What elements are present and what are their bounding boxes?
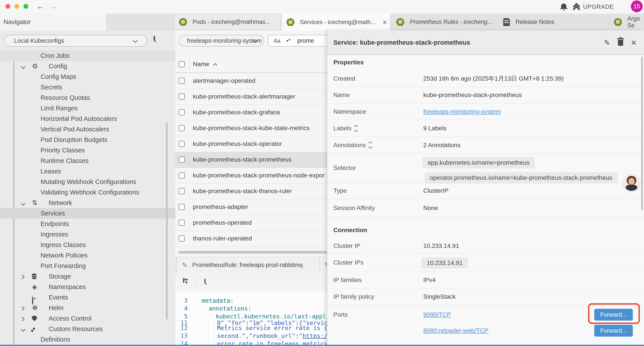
sidebar-item-runtime-classes[interactable]: Runtime Classes <box>0 155 175 166</box>
row-checkbox[interactable] <box>179 235 185 242</box>
sidebar-item-namespaces[interactable]: ◈Namespaces <box>0 282 175 292</box>
close-panel-icon[interactable]: × <box>631 30 636 55</box>
chevron-right-icon[interactable] <box>20 306 24 311</box>
edit-pencil-icon[interactable]: ✎ <box>604 30 610 55</box>
match-case-toggle[interactable]: Aa <box>274 37 280 44</box>
sidebar-item-services[interactable]: Services <box>0 208 175 219</box>
row-checkbox[interactable] <box>179 188 185 194</box>
property-label[interactable]: Labels <box>334 120 357 137</box>
table-row-prometheus-adapter[interactable]: prometheus-adapter <box>175 199 329 215</box>
sidebar-item-endpoints[interactable]: Endpoints <box>0 219 175 229</box>
table-row-prometheus-operated[interactable]: prometheus-operated <box>175 215 329 231</box>
namespace-link[interactable]: freeleaps-monitoring-system <box>423 103 501 120</box>
row-checkbox[interactable] <box>179 109 185 115</box>
sidebar-item-horizontal-pod-autoscalers[interactable]: Horizontal Pod Autoscalers <box>0 113 175 124</box>
row-checkbox[interactable] <box>179 78 185 84</box>
expand-collapse-icon[interactable] <box>369 142 372 148</box>
zoom-window-button[interactable] <box>24 4 28 9</box>
navigator-panel-tab[interactable]: Navigator <box>0 13 106 30</box>
tab-pods[interactable]: ☸ Pods - icecheng@mathmas... <box>174 14 280 30</box>
row-checkbox[interactable] <box>179 157 185 163</box>
table-row-kube-prometheus-stack-prometheus[interactable]: kube-prometheus-stack-prometheus <box>175 152 329 168</box>
tab-argo[interactable]: ☸ Argo Se <box>609 13 644 30</box>
detail-scrollbar[interactable] <box>641 57 643 210</box>
horizontal-scrollbar[interactable] <box>178 251 327 254</box>
row-checkbox[interactable] <box>179 204 185 210</box>
regex-toggle[interactable]: ▪* <box>286 37 291 44</box>
table-row-kube-prometheus-stack-kube-state-metrics[interactable]: kube-prometheus-stack-kube-state-metrics <box>175 120 329 136</box>
close-window-button[interactable] <box>6 4 10 9</box>
port-link-9090[interactable]: 9090/TCP <box>423 309 451 321</box>
chevron-down-icon[interactable] <box>21 327 26 332</box>
avatar-badge[interactable]: 15 <box>631 0 643 12</box>
table-row-kube-prometheus-stack-prometheus-node-expor[interactable]: kube-prometheus-stack-prometheus-node-ex… <box>175 168 329 184</box>
minimize-window-button[interactable] <box>14 4 19 9</box>
sidebar-item-leases[interactable]: Leases <box>0 166 175 177</box>
sidebar-item-config[interactable]: ⚙Config <box>0 61 175 71</box>
sidebar-item-network-policies[interactable]: Network Policies <box>0 250 175 261</box>
sidebar-item-pod-disruption-budgets[interactable]: Pod Disruption Budgets <box>0 134 175 145</box>
service-name: prometheus-adapter <box>193 199 248 215</box>
name-column-header[interactable]: Name <box>193 56 209 72</box>
row-checkbox[interactable] <box>179 125 185 131</box>
property-label[interactable]: Annotations <box>334 137 372 153</box>
forward-button-8080[interactable]: Forward... <box>594 325 633 337</box>
port-link-8080[interactable]: 8080:reloader-web/TCP <box>423 325 488 337</box>
expand-collapse-icon[interactable] <box>355 125 357 132</box>
back-button[interactable]: ← <box>36 2 44 11</box>
row-checkbox[interactable] <box>179 220 185 226</box>
notifications-bell-icon[interactable] <box>561 3 566 8</box>
select-all-checkbox[interactable] <box>179 61 185 67</box>
table-row-kube-prometheus-stack-operator[interactable]: kube-prometheus-stack-operator <box>175 136 329 152</box>
tab-services[interactable]: ☸ Services - icecheng@math... × <box>282 13 390 31</box>
table-row-kube-prometheus-stack-alertmanager[interactable]: kube-prometheus-stack-alertmanager <box>175 89 329 105</box>
sidebar-item-definitions[interactable]: Definitions <box>0 334 175 345</box>
sidebar-item-label: Events <box>49 292 68 303</box>
sidebar-item-config-maps[interactable]: Config Maps <box>0 71 175 82</box>
sidebar-item-events[interactable]: Events <box>0 292 175 303</box>
search-icon[interactable] <box>154 36 155 41</box>
row-checkbox[interactable] <box>179 172 185 178</box>
sidebar-item-ingresses[interactable]: Ingresses <box>0 229 175 240</box>
sidebar-scrollbar[interactable] <box>166 122 168 320</box>
filter-search-input[interactable]: Aa ▪* prome <box>268 35 329 47</box>
save-icon[interactable] <box>183 278 184 283</box>
table-row-thanos-ruler-operated[interactable]: thanos-ruler-operated <box>175 231 329 247</box>
forward-button[interactable]: → <box>50 2 58 11</box>
sidebar-item-cron-jobs[interactable]: Cron Jobs <box>0 50 175 61</box>
yaml-editor[interactable]: 3metadata:4annotations:5kubectl.kubernet… <box>175 291 329 345</box>
table-row-kube-prometheus-stack-thanos-ruler[interactable]: kube-prometheus-stack-thanos-ruler <box>175 183 329 199</box>
table-row-kube-prometheus-stack-grafana[interactable]: kube-prometheus-stack-grafana <box>175 104 329 120</box>
row-checkbox[interactable] <box>179 141 185 147</box>
chevron-down-icon[interactable] <box>21 64 26 69</box>
editor-search-icon[interactable] <box>204 278 206 283</box>
chevron-down-icon[interactable] <box>21 201 26 206</box>
sidebar-item-resource-quotas[interactable]: Resource Quotas <box>0 92 175 103</box>
editor-tab-prometheusrule[interactable]: ✎ PrometheusRule: freeleaps-prod-rabbitm… <box>176 257 320 273</box>
sidebar-item-network[interactable]: ⇅Network <box>0 198 175 208</box>
sidebar-item-secrets[interactable]: Secrets <box>0 82 175 92</box>
upgrade-button[interactable]: UPGRADE <box>583 0 614 13</box>
row-checkbox[interactable] <box>179 93 185 100</box>
sidebar-item-priority-classes[interactable]: Priority Classes <box>0 145 175 155</box>
sidebar-item-limit-ranges[interactable]: Limit Ranges <box>0 103 175 113</box>
sidebar-item-validating-webhook-configurations[interactable]: Validating Webhook Configurations <box>0 187 175 198</box>
delete-trash-icon[interactable] <box>618 30 623 55</box>
sidebar-item-storage[interactable]: Storage <box>0 271 175 282</box>
sidebar-item-helm[interactable]: ☸Helm <box>0 303 175 313</box>
kubeconfig-select[interactable]: Local Kubeconfigs <box>4 35 147 47</box>
tab-release-notes[interactable]: Release Notes <box>494 13 609 30</box>
user-avatar[interactable] <box>623 174 640 191</box>
sidebar-item-custom-resources[interactable]: Custom Resources <box>0 324 175 334</box>
close-tab-icon[interactable]: × <box>383 18 387 26</box>
table-row-alertmanager-operated[interactable]: alertmanager-operated <box>175 73 329 89</box>
namespace-select[interactable]: freeleaps-monitoring-system <box>179 35 264 47</box>
sidebar-item-port-forwarding[interactable]: Port Forwarding <box>0 261 175 271</box>
chevron-right-icon[interactable] <box>20 317 24 321</box>
sidebar-item-ingress-classes[interactable]: Ingress Classes <box>0 240 175 250</box>
tab-prometheus-rules[interactable]: ☸ Prometheus Rules - icecheng... <box>390 13 494 30</box>
chevron-right-icon[interactable] <box>20 275 24 279</box>
sidebar-item-access-control[interactable]: Access Control <box>0 313 175 324</box>
sidebar-item-vertical-pod-autoscalers[interactable]: Vertical Pod Autoscalers <box>0 124 175 134</box>
sidebar-item-mutating-webhook-configurations[interactable]: Mutating Webhook Configurations <box>0 177 175 187</box>
